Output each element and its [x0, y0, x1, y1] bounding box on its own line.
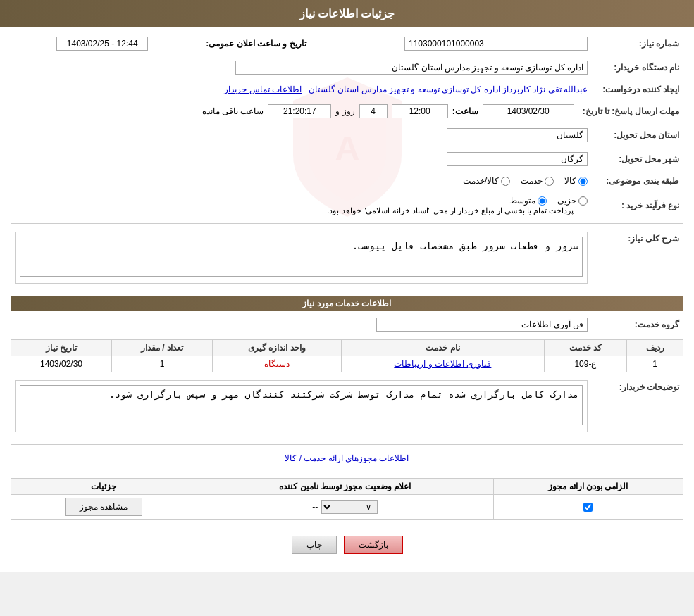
topic-radio-khedmat[interactable]	[545, 177, 554, 186]
permits-table: الزامی بودن ارائه مجوز اعلام وضعیت مجوز …	[11, 478, 683, 520]
divider-1	[11, 223, 683, 224]
buyer-notes-label: توضیحات خریدار:	[592, 378, 683, 439]
province-cell: گلستان	[11, 126, 592, 144]
province-value: گلستان	[447, 128, 588, 142]
days-value: 4	[359, 104, 388, 118]
general-desc-textarea[interactable]: سرور و قطعات سرور طبق مشخصات فایل پیوست.	[20, 237, 583, 277]
topic-radio-kala-khedmat[interactable]	[501, 177, 510, 186]
services-row-1-code: ع-109	[544, 356, 627, 372]
permits-row-1: ∨ -- مشاهده مجوز	[11, 495, 683, 520]
status-value: --	[312, 502, 318, 512]
general-desc-table: شرح کلی نیاز: سرور و قطعات سرور طبق مشخص…	[11, 230, 683, 290]
need-number-value: 1103000101000003	[404, 37, 588, 51]
services-section-header: اطلاعات خدمات مورد نیاز	[11, 296, 683, 311]
announcement-value-cell: 1403/02/25 - 12:44	[11, 34, 152, 53]
buyer-org-cell: اداره کل توسازی توسعه و تجهیز مدارس استا…	[11, 58, 592, 77]
required-checkbox-wrapper	[500, 503, 677, 512]
deadline-cell: 1403/02/30 ساعت: 12:00 4 روز و 21:20:17 …	[11, 102, 578, 120]
need-number-cell: 1103000101000003	[321, 34, 592, 53]
time-label: ساعت:	[452, 106, 478, 116]
services-col-row: ردیف	[627, 340, 683, 356]
permits-col-required: الزامی بودن ارائه مجوز	[493, 479, 683, 495]
service-group-table: گروه خدمت: فن آوری اطلاعات	[11, 315, 683, 334]
topic-radio-group: کالا خدمت کالا/خدمت	[15, 176, 588, 186]
permits-section-header: اطلاعات مجوزهای ارائه خدمت / کالا	[11, 451, 683, 466]
purchase-radio-mottavaset[interactable]	[538, 196, 547, 206]
city-cell: گرگان	[11, 150, 592, 168]
purchase-jozi-label: جزیی	[557, 196, 576, 206]
hours-label: ساعت باقی مانده	[202, 106, 264, 116]
service-group-value: فن آوری اطلاعات	[376, 318, 588, 332]
status-dropdown[interactable]: ∨	[321, 500, 378, 514]
buyer-notes-table: توضیحات خریدار: مدارک کامل بارگزاری شده …	[11, 378, 683, 439]
buyer-org-label: نام دستگاه خریدار:	[592, 58, 683, 77]
topic-radio-kala[interactable]	[578, 177, 588, 186]
topic-option-kala-khedmat: کالا/خدمت	[463, 176, 510, 186]
creator-value: عبدالله تقی نژاد کاربرداز اداره کل توساز…	[309, 84, 588, 94]
purchase-type-jozi: جزیی	[557, 196, 588, 206]
service-group-label: گروه خدمت:	[592, 315, 683, 334]
purchase-note: پرداخت تمام یا بخشی از مبلغ خریدار از مح…	[327, 206, 574, 215]
services-col-qty: تعداد / مقدار	[112, 340, 213, 356]
purchase-type-label: نوع فرآیند خرید :	[592, 194, 683, 218]
permits-row-1-status: ∨ --	[197, 495, 493, 520]
topic-label: طبقه بندی موضوعی:	[592, 174, 683, 188]
page-header: جزئیات اطلاعات نیاز	[0, 0, 694, 27]
required-checkbox[interactable]	[583, 503, 593, 512]
services-row-1-name: فناوری اطلاعات و ارتباطات	[342, 356, 545, 372]
permits-col-status: اعلام وضعیت مجوز توسط نامین کننده	[197, 479, 493, 495]
top-info-table: شماره نیاز: 1103000101000003 تاریخ و ساع…	[11, 34, 683, 53]
deadline-table: مهلت ارسال پاسخ: تا تاریخ: 1403/02/30 سا…	[11, 102, 683, 120]
service-group-cell: فن آوری اطلاعات	[11, 315, 592, 334]
days-label: روز و	[335, 106, 354, 116]
city-table: شهر محل تحویل: گرگان	[11, 150, 683, 168]
buyer-notes-label-text: توضیحات خریدار:	[619, 382, 679, 392]
purchase-type-cell: جزیی متوسط پرداخت تمام یا بخشی از مبلغ خ…	[11, 194, 592, 218]
purchase-type-mottavaset: متوسط	[509, 196, 547, 206]
footer-buttons: بازگشت چاپ	[11, 525, 683, 565]
services-row-1-num: 1	[627, 356, 683, 372]
topic-option-kala: کالا	[564, 176, 588, 186]
buyer-notes-cell: مدارک کامل بارگزاری شده تمام مدارک توسط …	[11, 378, 592, 439]
general-desc-box: سرور و قطعات سرور طبق مشخصات فایل پیوست.	[15, 232, 588, 284]
purchase-type-table: نوع فرآیند خرید : جزیی متوسط پرداخت تمام…	[11, 194, 683, 218]
topic-table: طبقه بندی موضوعی: کالا خدمت	[11, 174, 683, 188]
purchase-radio-jozi[interactable]	[578, 196, 588, 206]
countdown-value: 21:20:17	[268, 104, 331, 118]
permits-row-1-details: مشاهده مجوز	[11, 495, 197, 520]
general-desc-cell: سرور و قطعات سرور طبق مشخصات فایل پیوست.	[11, 230, 592, 290]
permits-row-1-required	[493, 495, 683, 520]
services-row-1: 1 ع-109 فناوری اطلاعات و ارتباطات دستگاه…	[11, 356, 683, 372]
topic-cell: کالا خدمت کالا/خدمت	[11, 174, 592, 188]
province-table: استان محل تحویل: گلستان	[11, 126, 683, 144]
main-content: A شماره نیاز: 1103000101000003 تاریخ و س…	[0, 27, 694, 572]
services-row-1-unit: دستگاه	[212, 356, 341, 372]
services-col-name: نام خدمت	[342, 340, 545, 356]
general-desc-label: شرح کلی نیاز:	[592, 230, 683, 290]
city-value: گرگان	[447, 152, 588, 166]
topic-khedmat-label: خدمت	[521, 176, 543, 186]
need-number-label: شماره نیاز:	[592, 34, 683, 53]
services-row-1-qty: 1	[112, 356, 213, 372]
divider-2	[11, 444, 683, 445]
buyer-notes-textarea[interactable]: مدارک کامل بارگزاری شده تمام مدارک توسط …	[20, 385, 583, 425]
announcement-label: تاریخ و ساعت اعلان عمومی:	[206, 39, 306, 49]
permits-col-details: جزئیات	[11, 479, 197, 495]
back-button[interactable]: بازگشت	[344, 536, 403, 554]
buyer-notes-box: مدارک کامل بارگزاری شده تمام مدارک توسط …	[15, 380, 588, 432]
services-col-date: تاریخ نیاز	[11, 340, 112, 356]
buyer-org-value: اداره کل توسازی توسعه و تجهیز مدارس استا…	[235, 61, 588, 75]
services-col-unit: واحد اندازه گیری	[212, 340, 341, 356]
divider-3	[11, 472, 683, 472]
province-label: استان محل تحویل:	[592, 126, 683, 144]
view-permit-button[interactable]: مشاهده مجوز	[65, 498, 142, 516]
topic-kala-label: کالا	[564, 176, 576, 186]
city-label: شهر محل تحویل:	[592, 150, 683, 168]
topic-option-khedmat: خدمت	[521, 176, 554, 186]
print-button[interactable]: چاپ	[292, 536, 337, 554]
announcement-value: 1403/02/25 - 12:44	[56, 37, 148, 51]
topic-kala-khedmat-label: کالا/خدمت	[463, 176, 499, 186]
announcement-label-cell: تاریخ و ساعت اعلان عمومی:	[152, 34, 320, 53]
creator-link[interactable]: اطلاعات تماس خریدار	[224, 84, 302, 94]
services-row-1-date: 1403/02/30	[11, 356, 112, 372]
